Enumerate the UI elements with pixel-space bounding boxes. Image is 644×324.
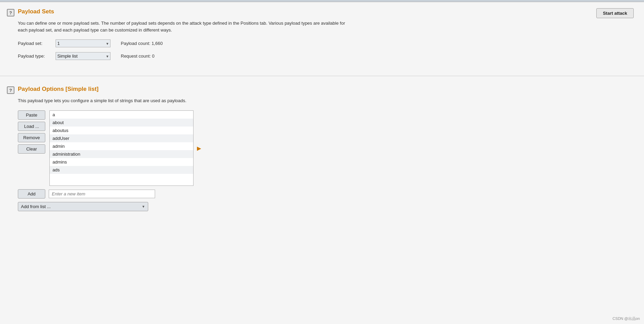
payload-options-help-icon[interactable]: ? bbox=[7, 86, 14, 94]
payload-set-label: Payload set: bbox=[18, 41, 56, 46]
payload-type-select-wrapper: Simple list Runtime file Numbers bbox=[56, 52, 110, 60]
load-button[interactable]: Load ... bbox=[18, 122, 45, 131]
payload-sets-header: ? Payload Sets bbox=[7, 8, 596, 16]
payload-sets-title: Payload Sets bbox=[18, 8, 54, 15]
list-box-container: a about aboutus addUser admin administra… bbox=[49, 110, 194, 186]
request-count-info: Request count: 0 bbox=[121, 53, 154, 59]
payload-set-select[interactable]: 1 2 3 bbox=[56, 39, 110, 47]
payload-sets-description-line1: You can define one or more payload sets.… bbox=[18, 20, 634, 33]
payload-type-label: Payload type: bbox=[18, 53, 56, 59]
list-buttons: Paste Load ... Remove Clear bbox=[18, 110, 45, 154]
payload-set-row: Payload set: 1 2 3 Payload count: 1,660 bbox=[18, 39, 634, 47]
payload-type-row: Payload type: Simple list Runtime file N… bbox=[18, 52, 634, 60]
clear-button[interactable]: Clear bbox=[18, 144, 45, 154]
payload-count-info: Payload count: 1,660 bbox=[121, 41, 163, 46]
payload-sets-help-icon[interactable]: ? bbox=[7, 9, 14, 16]
list-item[interactable]: addUser bbox=[50, 134, 193, 142]
title-and-btn: ? Payload Sets Start attack bbox=[7, 8, 634, 20]
main-container: ? Payload Sets Start attack You can defi… bbox=[0, 2, 644, 324]
payload-options-section: ? Payload Options [Simple list] This pay… bbox=[0, 80, 644, 219]
payload-list-inner[interactable]: a about aboutus addUser admin administra… bbox=[50, 111, 193, 185]
list-item[interactable]: admin bbox=[50, 142, 193, 150]
add-from-list-arrow-icon: ▼ bbox=[142, 205, 145, 208]
payload-sets-header-row: ? Payload Sets Start attack bbox=[7, 8, 634, 20]
remove-button[interactable]: Remove bbox=[18, 133, 45, 142]
add-from-list-row: Add from list ... ▼ bbox=[18, 202, 634, 211]
list-area: Paste Load ... Remove Clear a about abou… bbox=[18, 110, 634, 186]
list-item[interactable]: administration bbox=[50, 150, 193, 158]
start-attack-button[interactable]: Start attack bbox=[596, 8, 634, 18]
new-item-input[interactable] bbox=[49, 190, 155, 198]
add-item-row: Add bbox=[18, 189, 634, 199]
list-item[interactable]: ads bbox=[50, 166, 193, 174]
payload-options-header: ? Payload Options [Simple list] bbox=[7, 86, 634, 94]
paste-button[interactable]: Paste bbox=[18, 110, 45, 120]
payload-list-box[interactable]: a about aboutus addUser admin administra… bbox=[49, 110, 194, 186]
list-item[interactable]: about bbox=[50, 119, 193, 127]
scroll-right-arrow-icon: ▶ bbox=[197, 145, 201, 151]
payload-options-description: This payload type lets you configure a s… bbox=[18, 97, 634, 104]
payload-sets-section: ? Payload Sets Start attack You can defi… bbox=[0, 2, 644, 72]
add-from-list-button[interactable]: Add from list ... ▼ bbox=[18, 202, 148, 211]
list-item[interactable]: admins bbox=[50, 158, 193, 166]
payload-type-select[interactable]: Simple list Runtime file Numbers bbox=[56, 52, 110, 60]
add-from-list-label: Add from list ... bbox=[21, 204, 51, 209]
section-divider bbox=[0, 76, 644, 76]
payload-options-title: Payload Options [Simple list] bbox=[18, 86, 98, 93]
add-button[interactable]: Add bbox=[18, 189, 45, 199]
list-item[interactable]: a bbox=[50, 111, 193, 119]
list-item[interactable]: aboutus bbox=[50, 127, 193, 134]
payload-set-select-wrapper: 1 2 3 bbox=[56, 39, 110, 47]
watermark: CSDN @出品on bbox=[612, 316, 640, 321]
